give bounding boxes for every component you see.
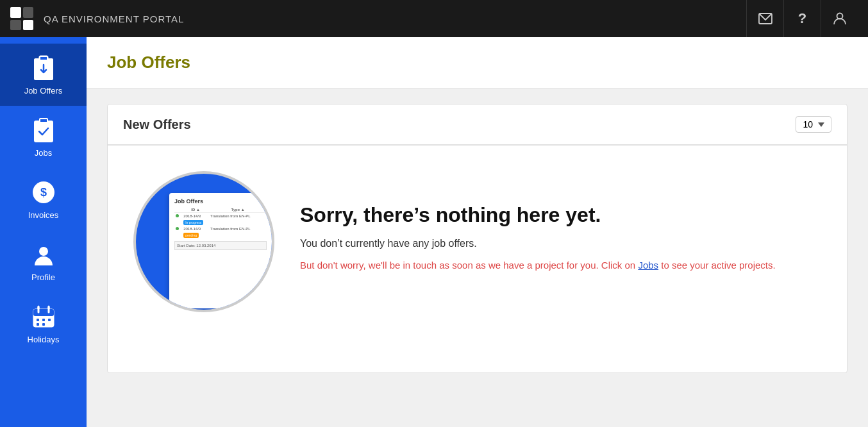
sidebar-item-jobs[interactable]: Jobs xyxy=(0,106,87,168)
page-title: Job Offers xyxy=(107,53,847,72)
per-page-value: 10 xyxy=(803,119,813,130)
sidebar-item-invoices[interactable]: $ Invoices xyxy=(0,168,87,230)
new-offers-card: New Offers 10 Job Offers xyxy=(107,104,847,373)
illustration-inner: Job Offers ID ▲ Type ▲ xyxy=(169,193,272,308)
sidebar-item-holidays[interactable]: Holidays xyxy=(0,292,87,355)
chevron-down-icon xyxy=(818,122,824,127)
navbar: QA ENVIRONMENT PORTAL ? xyxy=(0,0,868,37)
invoices-icon-wrap: $ xyxy=(29,178,58,206)
sidebar-item-profile[interactable]: Profile xyxy=(0,230,87,292)
svg-rect-23 xyxy=(37,323,39,326)
card-header: New Offers 10 xyxy=(108,105,847,146)
logo-sq4 xyxy=(23,20,34,31)
card-body: Job Offers ID ▲ Type ▲ xyxy=(108,146,847,338)
sidebar-item-jobs-label: Jobs xyxy=(35,148,52,158)
svg-point-9 xyxy=(39,247,48,256)
svg-rect-5 xyxy=(34,121,53,142)
cta-text: But don't worry, we'll be in touch as so… xyxy=(300,260,821,271)
svg-rect-22 xyxy=(48,319,51,321)
empty-state-text: Sorry, there’s nothing here yet. You don… xyxy=(300,203,821,280)
sidebar-item-holidays-label: Holidays xyxy=(28,335,60,344)
page-header: Job Offers xyxy=(87,37,868,88)
help-button[interactable]: ? xyxy=(783,0,821,37)
svg-rect-24 xyxy=(42,323,45,326)
calendar-icon xyxy=(32,305,55,328)
logo-sq3 xyxy=(10,20,21,31)
empty-state-body: You don’t currently have any job offers. xyxy=(300,238,821,249)
svg-rect-17 xyxy=(33,309,54,316)
sidebar-item-job-offers-label: Job Offers xyxy=(24,86,63,96)
sidebar-item-profile-label: Profile xyxy=(31,272,55,282)
logo-sq2 xyxy=(23,7,34,18)
user-button[interactable] xyxy=(821,0,858,37)
navbar-right: ? xyxy=(746,0,858,37)
mail-button[interactable] xyxy=(746,0,783,37)
job-offers-icon-wrap xyxy=(29,54,58,82)
svg-rect-21 xyxy=(42,319,45,321)
profile-person-icon xyxy=(31,242,56,267)
jobs-icon-wrap xyxy=(29,116,58,144)
empty-state-heading: Sorry, there’s nothing here yet. xyxy=(300,203,821,227)
app-logo xyxy=(10,7,33,30)
sidebar-item-invoices-label: Invoices xyxy=(28,210,59,220)
holidays-icon-wrap xyxy=(29,303,58,331)
jobs-link[interactable]: Jobs xyxy=(638,260,658,271)
sidebar: Job Offers Jobs $ Invoices xyxy=(0,37,87,427)
question-mark-icon: ? xyxy=(798,10,806,27)
clipboard-arrow-icon xyxy=(32,55,55,81)
per-page-select[interactable]: 10 xyxy=(796,116,831,133)
empty-state-illustration: Job Offers ID ▲ Type ▲ xyxy=(133,171,274,312)
logo-sq1 xyxy=(10,7,21,18)
sidebar-item-job-offers[interactable]: Job Offers xyxy=(0,44,87,106)
main-layout: Job Offers Jobs $ Invoices xyxy=(0,37,868,427)
page-body: New Offers 10 Job Offers xyxy=(87,88,868,389)
svg-text:$: $ xyxy=(40,186,46,199)
envelope-icon xyxy=(758,13,772,24)
clipboard-check-icon xyxy=(32,117,55,143)
navbar-left: QA ENVIRONMENT PORTAL xyxy=(10,7,184,30)
content-area: Job Offers New Offers 10 Job Offers xyxy=(87,37,868,427)
profile-icon-wrap xyxy=(29,240,58,269)
dollar-circle-icon: $ xyxy=(31,180,56,205)
navbar-title: QA ENVIRONMENT PORTAL xyxy=(44,13,184,24)
svg-rect-20 xyxy=(37,319,39,321)
person-icon xyxy=(833,12,847,26)
card-heading: New Offers xyxy=(123,117,191,132)
